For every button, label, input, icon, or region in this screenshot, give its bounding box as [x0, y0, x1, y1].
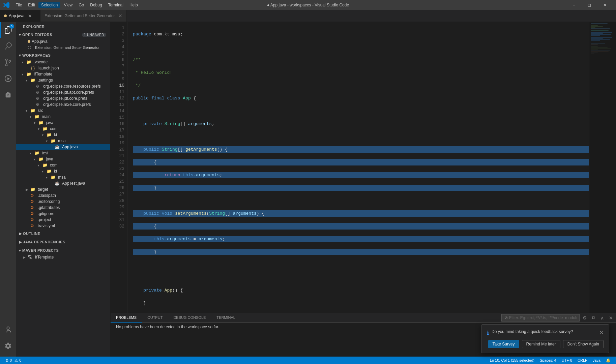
tree-settings[interactable]: ▾ 📁 .settings: [16, 77, 110, 83]
java-test-file-icon: ☕: [55, 181, 61, 186]
tree-org-resources[interactable]: ⚙ org.eclipse.core.resources.prefs: [16, 83, 110, 89]
status-errors[interactable]: ⊗ 0 ⚠ 0: [3, 357, 24, 364]
panel-tab-problems[interactable]: PROBLEMS: [111, 313, 142, 323]
filter-input[interactable]: [509, 315, 577, 320]
java-deps-section[interactable]: ▶ JAVA DEPENDENCIES: [16, 237, 110, 246]
tree-travis-yml[interactable]: ⚙ travis.yml: [16, 223, 110, 229]
activity-extensions[interactable]: [0, 87, 16, 103]
menu-terminal[interactable]: Terminal: [106, 2, 126, 8]
status-line-ending[interactable]: CRLF: [575, 357, 590, 364]
maven-projects-section[interactable]: ▾ MAVEN PROJECTS: [16, 246, 110, 254]
menu-go[interactable]: Go: [76, 2, 87, 8]
tab-extension-getter-setter[interactable]: Extension: Getter and Setter Generator ✕: [40, 10, 127, 22]
tab-ext-close[interactable]: ✕: [118, 13, 122, 19]
tree-com[interactable]: ▾ 📁 com: [16, 126, 110, 132]
minimize-button[interactable]: −: [566, 0, 582, 10]
menu-selection[interactable]: Selection: [38, 2, 60, 8]
tree-apptest-java[interactable]: ☕ AppTest.java: [16, 180, 110, 186]
activity-accounts[interactable]: [0, 322, 16, 338]
tree-editorconfig[interactable]: ⚙ .editorconfig: [16, 199, 110, 205]
tree-project[interactable]: ⚙ .project: [16, 217, 110, 223]
tree-main[interactable]: ▾ 📁 main: [16, 114, 110, 120]
panel-settings-btn[interactable]: ⚙: [581, 314, 588, 322]
tree-src[interactable]: ▾ 📁 src: [16, 108, 110, 114]
tree-kt-test[interactable]: ▾ 📁 kt: [16, 168, 110, 174]
panel-collapse-btn[interactable]: ∧: [598, 314, 606, 322]
panel-tab-debug-console[interactable]: DEBUG CONSOLE: [168, 313, 211, 323]
restore-button[interactable]: ◻: [582, 0, 597, 10]
tree-maven-iftemplate[interactable]: ▶ 🏗 IfTemplate: [16, 254, 110, 260]
status-language[interactable]: Java: [590, 357, 603, 364]
tree-org-jdt-apt[interactable]: ⚙ org.eclipse.jdt.apt.core.prefs: [16, 89, 110, 95]
folder-icon: 📁: [42, 163, 49, 168]
line-num-25: 25: [111, 178, 124, 185]
remind-later-button[interactable]: Remind Me later: [522, 340, 560, 348]
tree-gitattributes[interactable]: ⚙ .gitattributes: [16, 205, 110, 211]
tree-org-m2e[interactable]: ⚙ org.eclipse.m2e.core.prefs: [16, 101, 110, 108]
title-bar: File Edit Selection View Go Debug Termin…: [0, 0, 616, 10]
open-editor-extension[interactable]: ⬡ Extension: Getter and Setter Generator: [16, 44, 110, 51]
tree-test[interactable]: ▾ 📁 test: [16, 150, 110, 156]
menu-bar: File Edit Selection View Go Debug Termin…: [13, 2, 141, 8]
line-num-3: 3: [111, 37, 124, 44]
status-spaces[interactable]: Spaces: 4: [537, 357, 559, 364]
activity-source-control[interactable]: [0, 54, 16, 70]
panel-close-btn[interactable]: ✕: [607, 314, 615, 322]
tree-org-jdt-core[interactable]: ⚙ org.eclipse.jdt.core.prefs: [16, 95, 110, 101]
tree-com-test[interactable]: ▾ 📁 com: [16, 162, 110, 168]
status-encoding[interactable]: UTF-8: [559, 357, 575, 364]
line-num-31: 31: [111, 217, 124, 223]
tree-kt[interactable]: ▾ 📁 kt: [16, 132, 110, 138]
tree-vscode[interactable]: ▾ 📁 .vscode: [16, 59, 110, 65]
line-num-8: 8: [111, 69, 124, 76]
tree-java-main[interactable]: ▾ 📁 java: [16, 120, 110, 126]
tree-launch-json[interactable]: { } launch.json: [16, 65, 110, 71]
vscode-logo-icon: [3, 2, 9, 8]
line-num-22: 22: [111, 159, 124, 165]
menu-edit[interactable]: Edit: [25, 2, 38, 8]
activity-run[interactable]: [0, 70, 16, 87]
status-notification-bell[interactable]: 🔔: [603, 357, 613, 364]
status-position[interactable]: Ln 10, Col 1 (155 selected): [487, 357, 537, 364]
menu-help[interactable]: Help: [127, 2, 141, 8]
tree-classpath[interactable]: ⚙ .classpath: [16, 192, 110, 199]
modified-dot: [28, 40, 30, 43]
tab-app-java[interactable]: App.java ✕: [0, 10, 40, 22]
tree-msa[interactable]: ▾ 📁 msa: [16, 138, 110, 144]
activity-explorer[interactable]: 0: [0, 22, 16, 38]
workspaces-section[interactable]: ▾ WORKSPACES: [16, 51, 110, 59]
tree-iftemplate[interactable]: ▾ 📁 IfTemplate: [16, 71, 110, 77]
open-editors-section[interactable]: ▾ OPEN EDITORS 1 UNSAVED: [16, 30, 110, 38]
open-editor-app-java[interactable]: App.java: [16, 38, 110, 44]
code-line-7: [133, 108, 589, 114]
tree-gitignore[interactable]: ⚙ .gitignore: [16, 211, 110, 217]
notification-close-button[interactable]: ✕: [599, 329, 604, 336]
tree-app-java[interactable]: ☕ App.java: [16, 144, 110, 150]
line-num-27: 27: [111, 191, 124, 198]
notification-info-icon: ℹ: [487, 330, 489, 336]
menu-debug[interactable]: Debug: [87, 2, 105, 8]
outline-section[interactable]: ▶ OUTLINE: [16, 229, 110, 237]
code-editor[interactable]: package com.kt.msa; /** * Hello world! *…: [127, 22, 589, 313]
close-button[interactable]: ✕: [597, 0, 613, 10]
code-line-3: /**: [133, 57, 589, 63]
panel-tab-terminal[interactable]: TERMINAL: [211, 313, 241, 323]
open-editor-ext-label: Extension: Getter and Setter Generator: [35, 46, 99, 50]
editor-content: 1 2 3 4 5 6 7 8 9 10 11 12 13 14 15 16 1: [111, 22, 616, 313]
menu-file[interactable]: File: [13, 2, 25, 8]
take-survey-button[interactable]: Take Survey: [488, 340, 519, 348]
menu-view[interactable]: View: [61, 2, 75, 8]
folder-icon: 📁: [26, 60, 32, 64]
code-line-22: }: [133, 300, 589, 306]
project-file-icon: ⚙: [30, 217, 36, 222]
tree-msa-test[interactable]: ▾ 📁 msa: [16, 174, 110, 180]
panel-tab-output[interactable]: OUTPUT: [142, 313, 168, 323]
tab-app-java-close[interactable]: ✕: [28, 13, 32, 19]
dont-show-again-button[interactable]: Don't Show Again: [563, 340, 604, 348]
tree-target[interactable]: ▶ 📁 target: [16, 186, 110, 192]
activity-settings[interactable]: [0, 338, 16, 354]
activity-search[interactable]: [0, 38, 16, 54]
tree-java-test[interactable]: ▾ 📁 java: [16, 156, 110, 162]
code-line-10: public String[] getArguments() {: [133, 146, 589, 153]
panel-copy-btn[interactable]: ⧉: [590, 314, 597, 322]
